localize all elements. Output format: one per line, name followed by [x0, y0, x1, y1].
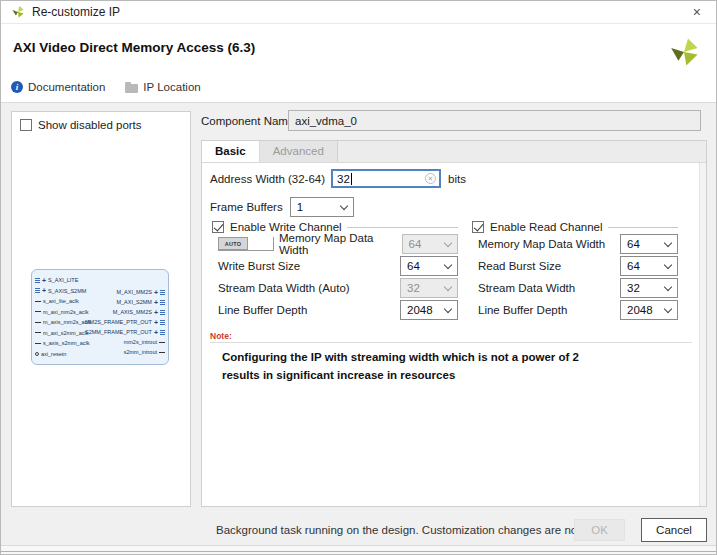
port-row: +S_AXI_LITE	[35, 275, 91, 286]
auto-toggle[interactable]: AUTO	[218, 237, 274, 251]
chevron-down-icon	[339, 201, 347, 209]
port-row: mm2s_introut	[85, 337, 165, 347]
port-row: M_AXIS_MM2S+	[85, 307, 165, 317]
port-row: s2mm_introut	[85, 347, 165, 357]
chevron-down-icon	[664, 238, 672, 246]
write-burst-size-row: Write Burst Size 64	[210, 255, 458, 277]
chevron-down-icon	[444, 304, 452, 312]
window-bottom-edge	[1, 545, 716, 554]
write-stream-width-row: Stream Data Width (Auto) 32	[210, 277, 458, 299]
dialog-header: AXI Video Direct Memory Access (6.3) i D…	[1, 24, 716, 103]
pin-icon	[35, 322, 41, 323]
read-burst-size-select[interactable]: 64	[620, 256, 678, 276]
frame-buffers-row: Frame Buffers 1	[210, 197, 354, 217]
xilinx-logo-icon	[668, 36, 700, 68]
address-width-label: Address Width (32-64)	[210, 173, 325, 185]
info-icon: i	[11, 81, 23, 93]
pin-icon	[159, 352, 165, 353]
port-row: m_axi_s2mm_aclk	[35, 328, 91, 339]
read-channel-group: Enable Read Channel Memory Map Data Widt…	[470, 221, 678, 321]
ip-location-label: IP Location	[143, 81, 200, 93]
text-caret	[351, 173, 352, 185]
write-burst-size-select[interactable]: 64	[400, 256, 458, 276]
note-divider	[210, 342, 692, 343]
chevron-down-icon	[664, 260, 672, 268]
bus-pin-icon	[35, 288, 40, 293]
port-row: S2MM_FRAME_PTR_OUT+	[85, 327, 165, 337]
tab-bar: Basic Advanced	[202, 141, 706, 163]
component-name-label: Component Name	[201, 115, 294, 127]
frame-buffers-select[interactable]: 1	[290, 197, 354, 217]
vertical-scrollbar[interactable]	[699, 163, 706, 506]
port-row: +S_AXIS_S2MM	[35, 286, 91, 297]
enable-write-channel-checkbox[interactable]	[212, 221, 224, 233]
window-title: Re-customize IP	[32, 5, 120, 19]
pin-icon	[159, 342, 165, 343]
address-width-row: Address Width (32-64) 32 ✕ bits	[210, 169, 466, 188]
ip-symbol-panel: Show disabled ports +S_AXI_LITE +S_AXIS_…	[11, 111, 191, 507]
tab-basic[interactable]: Basic	[202, 141, 260, 162]
header-links: i Documentation IP Location	[11, 81, 201, 93]
chevron-down-icon	[444, 238, 452, 246]
close-icon[interactable]: ×	[688, 4, 706, 20]
port-row: m_axis_mm2s_aclk	[35, 317, 91, 328]
port-row: m_axi_mm2s_aclk	[35, 307, 91, 318]
read-channel-legend: Enable Read Channel	[470, 221, 608, 233]
config-tab-panel: Basic Advanced Address Width (32-64) 32 …	[201, 140, 707, 507]
read-mm-data-width-row: Memory Map Data Width 64	[470, 233, 678, 255]
read-mm-data-width-select[interactable]: 64	[620, 234, 678, 254]
port-row: s_axis_s2mm_aclk	[35, 338, 91, 349]
show-disabled-ports-row[interactable]: Show disabled ports	[20, 119, 190, 131]
block-left-ports: +S_AXI_LITE +S_AXIS_S2MM s_axi_lite_aclk…	[35, 275, 91, 359]
folder-icon	[125, 84, 138, 93]
title-bar: Re-customize IP ×	[1, 1, 716, 24]
read-stream-width-row: Stream Data Width 32	[470, 277, 678, 299]
bus-pin-icon	[160, 320, 165, 325]
cancel-button[interactable]: Cancel	[641, 518, 707, 542]
block-right-ports: M_AXI_MM2S+ M_AXI_S2MM+ M_AXIS_MM2S+ MM2…	[85, 287, 165, 357]
ip-location-link[interactable]: IP Location	[125, 81, 200, 93]
read-stream-width-select[interactable]: 32	[620, 278, 678, 298]
port-row: M_AXI_S2MM+	[85, 297, 165, 307]
write-line-buffer-select[interactable]: 2048	[400, 300, 458, 320]
show-disabled-ports-checkbox[interactable]	[20, 119, 32, 131]
read-line-buffer-select[interactable]: 2048	[620, 300, 678, 320]
write-stream-width-select: 32	[400, 278, 458, 298]
bus-pin-icon	[160, 310, 165, 315]
note-section: Note: Configuring the IP with streaming …	[210, 331, 692, 385]
bits-suffix: bits	[448, 173, 466, 185]
app-logo-icon	[11, 5, 25, 19]
note-label: Note:	[210, 331, 692, 341]
pin-icon	[35, 343, 41, 344]
reset-pin-icon	[35, 352, 39, 356]
clear-icon[interactable]: ✕	[425, 173, 436, 184]
write-mm-data-width-row: AUTO Memory Map Data Width 64	[210, 233, 458, 255]
port-row: MM2S_FRAME_PTR_OUT+	[85, 317, 165, 327]
port-row: M_AXI_MM2S+	[85, 287, 165, 297]
ip-title: AXI Video Direct Memory Access (6.3)	[13, 40, 255, 55]
bus-pin-icon	[160, 330, 165, 335]
tab-advanced[interactable]: Advanced	[260, 141, 338, 162]
port-row: axi_resetn	[35, 349, 91, 360]
note-text: Configuring the IP with streaming width …	[222, 349, 692, 385]
ok-button: OK	[574, 519, 625, 541]
ip-block-diagram: +S_AXI_LITE +S_AXIS_S2MM s_axi_lite_aclk…	[31, 269, 169, 365]
bus-pin-icon	[160, 290, 165, 295]
write-channel-group: Enable Write Channel AUTO Memory Map Dat…	[210, 221, 458, 321]
component-name-input[interactable]: axi_vdma_0	[288, 110, 701, 131]
enable-read-channel-checkbox[interactable]	[472, 221, 484, 233]
documentation-label: Documentation	[28, 81, 105, 93]
documentation-link[interactable]: i Documentation	[11, 81, 105, 93]
chevron-down-icon	[444, 282, 452, 290]
address-width-input[interactable]: 32 ✕	[331, 169, 441, 188]
recustomize-ip-dialog: Re-customize IP × AXI Video Direct Memor…	[0, 0, 717, 555]
write-line-buffer-row: Line Buffer Depth 2048	[210, 299, 458, 321]
frame-buffers-label: Frame Buffers	[210, 201, 283, 213]
chevron-down-icon	[664, 304, 672, 312]
pin-icon	[35, 301, 41, 302]
read-line-buffer-row: Line Buffer Depth 2048	[470, 299, 678, 321]
write-mm-data-width-select: 64	[402, 234, 458, 254]
show-disabled-ports-label: Show disabled ports	[38, 119, 142, 131]
chevron-down-icon	[444, 260, 452, 268]
pin-icon	[35, 311, 41, 312]
